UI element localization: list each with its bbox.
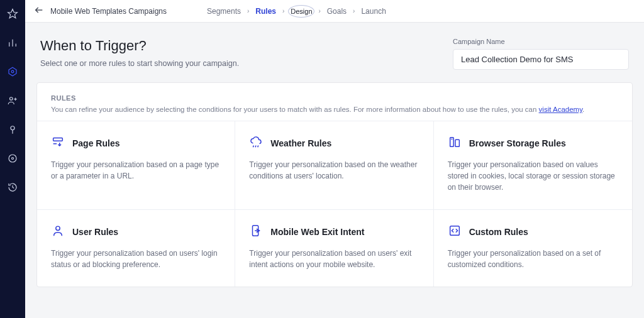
campaign-name-input[interactable] <box>453 49 629 70</box>
card-title: Browser Storage Rules <box>469 138 566 148</box>
custom-icon <box>448 224 462 240</box>
svg-marker-0 <box>8 9 18 18</box>
breadcrumb: Segments › Rules › Design › Goals › Laun… <box>204 5 389 18</box>
nav-analytics-icon[interactable] <box>5 35 20 50</box>
card-mobile-exit-intent[interactable]: Mobile Web Exit Intent Trigger your pers… <box>235 209 433 287</box>
section-subtitle: Select one or more rules to start showin… <box>40 59 239 68</box>
exit-icon <box>249 224 263 240</box>
panel-title: RULES <box>51 94 618 102</box>
crumb-launch[interactable]: Launch <box>358 6 388 17</box>
svg-point-11 <box>9 155 16 162</box>
nav-target-icon[interactable] <box>5 151 20 166</box>
card-page-rules[interactable]: Page Rules Trigger your personalization … <box>37 121 235 209</box>
card-desc: Trigger your personalization based on va… <box>448 159 618 193</box>
svg-point-6 <box>10 97 13 101</box>
card-title: User Rules <box>72 227 118 237</box>
top-bar: Mobile Web Templates Campaigns Segments … <box>25 0 644 23</box>
card-desc: Trigger your personalization based on a … <box>448 248 618 270</box>
svg-point-24 <box>56 226 60 230</box>
svg-point-9 <box>11 126 14 130</box>
svg-line-20 <box>258 146 258 148</box>
nav-star-icon[interactable] <box>5 6 20 21</box>
section-title: When to Trigger? <box>40 38 239 54</box>
card-weather-rules[interactable]: Weather Rules Trigger your personalizati… <box>235 121 433 209</box>
card-custom-rules[interactable]: Custom Rules Trigger your personalizatio… <box>434 209 632 287</box>
card-user-rules[interactable]: User Rules Trigger your personalization … <box>37 209 235 287</box>
nav-pin-icon[interactable] <box>5 122 20 137</box>
card-desc: Trigger your personalization based on a … <box>51 159 221 182</box>
panel-subtitle: You can refine your audience by selectin… <box>51 106 618 113</box>
card-desc: Trigger your personalization based on th… <box>249 159 419 182</box>
rules-panel: RULES You can refine your audience by se… <box>36 82 633 287</box>
crumb-rules[interactable]: Rules <box>253 6 279 17</box>
weather-icon <box>249 135 263 151</box>
svg-marker-4 <box>9 67 16 76</box>
nav-hex-icon[interactable] <box>5 64 20 79</box>
chevron-right-icon: › <box>353 8 355 14</box>
nav-users-icon[interactable] <box>5 93 20 108</box>
nav-history-icon[interactable] <box>5 180 20 195</box>
left-nav-rail <box>0 0 25 318</box>
page-title: Mobile Web Templates Campaigns <box>50 7 167 16</box>
campaign-name-label: Campaign Name <box>453 38 629 45</box>
card-title: Page Rules <box>72 138 119 148</box>
svg-rect-22 <box>455 140 459 146</box>
svg-line-19 <box>255 146 256 148</box>
user-icon <box>51 224 65 240</box>
crumb-segments[interactable]: Segments <box>204 6 243 17</box>
page-icon <box>51 135 65 151</box>
card-title: Mobile Web Exit Intent <box>270 227 364 237</box>
card-desc: Trigger your personalization based on us… <box>249 248 419 270</box>
card-title: Weather Rules <box>270 138 331 148</box>
svg-rect-14 <box>53 138 63 141</box>
chevron-right-icon: › <box>282 8 284 14</box>
svg-point-5 <box>11 70 14 73</box>
rules-grid: Page Rules Trigger your personalization … <box>37 121 632 287</box>
chevron-right-icon: › <box>318 8 320 14</box>
storage-icon <box>448 135 462 151</box>
visit-academy-link[interactable]: visit Academy <box>539 106 582 113</box>
card-browser-storage-rules[interactable]: Browser Storage Rules Trigger your perso… <box>434 121 632 209</box>
page-header: When to Trigger? Select one or more rule… <box>25 23 644 80</box>
card-title: Custom Rules <box>469 227 528 237</box>
crumb-goals[interactable]: Goals <box>325 6 349 17</box>
chevron-right-icon: › <box>247 8 249 14</box>
back-arrow-icon[interactable] <box>34 5 44 17</box>
svg-line-18 <box>253 146 254 148</box>
card-desc: Trigger your personalization based on us… <box>51 248 221 270</box>
crumb-design[interactable]: Design <box>288 5 314 18</box>
svg-point-12 <box>12 158 14 160</box>
